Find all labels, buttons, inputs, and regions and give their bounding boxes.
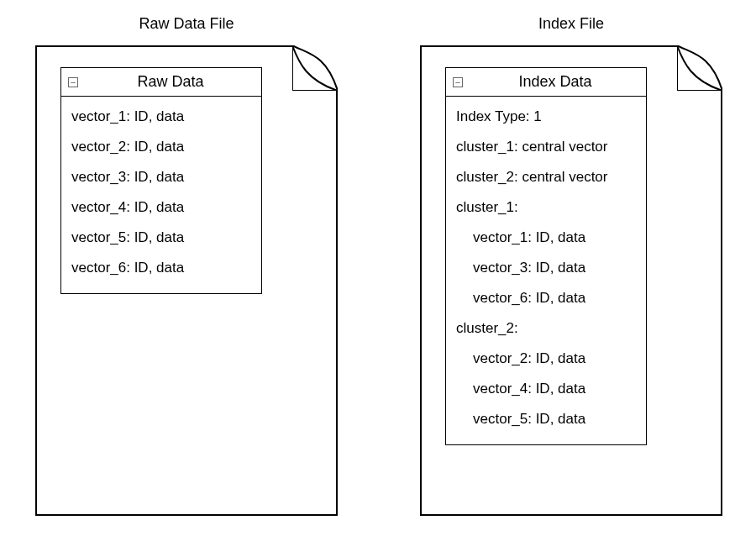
index-data-line: vector_5: ID, data	[454, 404, 638, 434]
index-data-panel-title: Index Data	[518, 73, 591, 90]
index-data-line: vector_2: ID, data	[454, 344, 638, 374]
index-data-panel: − Index Data Index Type: 1cluster_1: cen…	[445, 67, 647, 445]
raw-data-panel-header: − Raw Data	[61, 68, 261, 97]
raw-data-line: vector_5: ID, data	[70, 223, 253, 253]
raw-data-line: vector_2: ID, data	[70, 132, 253, 162]
raw-data-line: vector_1: ID, data	[70, 102, 253, 132]
raw-file-page: − Raw Data vector_1: ID, datavector_2: I…	[35, 45, 338, 516]
raw-data-line: vector_6: ID, data	[70, 253, 253, 283]
index-file-page: − Index Data Index Type: 1cluster_1: cen…	[420, 45, 722, 516]
raw-data-panel-title: Raw Data	[137, 73, 203, 90]
page-fold-icon	[292, 45, 338, 91]
collapse-icon[interactable]: −	[453, 77, 463, 87]
index-data-line: vector_1: ID, data	[454, 223, 638, 253]
index-data-line: cluster_2:	[454, 313, 638, 344]
index-data-line: cluster_1:	[454, 192, 638, 223]
index-data-line: cluster_2: central vector	[454, 162, 638, 192]
index-data-panel-body: Index Type: 1cluster_1: central vectorcl…	[446, 97, 646, 444]
raw-file-title: Raw Data File	[35, 15, 338, 33]
raw-data-line: vector_3: ID, data	[70, 162, 253, 192]
index-data-line: vector_6: ID, data	[454, 283, 638, 313]
index-data-line: vector_4: ID, data	[454, 374, 638, 404]
index-file-title: Index File	[420, 15, 722, 33]
diagram-root: Raw Data File − Raw Data vector_1: ID, d…	[0, 0, 756, 536]
index-data-line: vector_3: ID, data	[454, 253, 638, 283]
raw-data-line: vector_4: ID, data	[70, 192, 253, 223]
index-data-panel-header: − Index Data	[446, 68, 646, 97]
index-data-line: Index Type: 1	[454, 102, 638, 132]
page-fold-icon	[677, 45, 722, 91]
index-data-line: cluster_1: central vector	[454, 132, 638, 162]
raw-data-panel-body: vector_1: ID, datavector_2: ID, datavect…	[61, 97, 261, 293]
raw-data-panel: − Raw Data vector_1: ID, datavector_2: I…	[60, 67, 262, 294]
collapse-icon[interactable]: −	[68, 77, 78, 87]
